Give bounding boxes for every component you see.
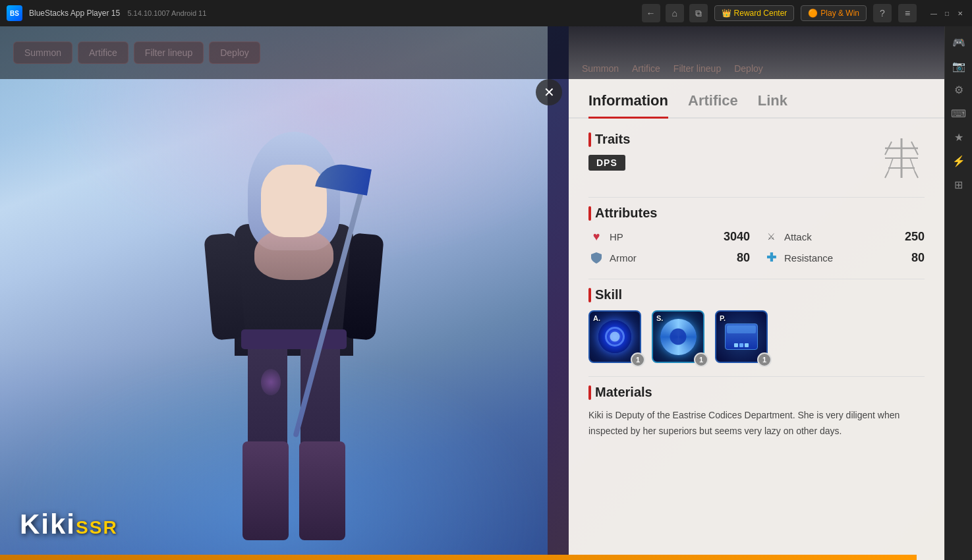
sidebar-keyboard-icon[interactable]: ⌨ [948,103,969,124]
nav-buttons: ← ⌂ ⧉ [642,4,708,22]
faction-symbol-icon [878,135,925,181]
faction-icon-area [878,135,925,184]
back-button[interactable]: ← [642,4,660,22]
attack-icon: ⚔ [763,229,779,244]
materials-heading: Materials [588,385,925,400]
minimize-button[interactable]: — [929,8,939,18]
attributes-section-bar [588,206,591,221]
menu-button[interactable]: ≡ [898,4,917,22]
character-name: KikiSSR [20,509,118,540]
play-win-label: Play & Win [820,9,859,18]
armor-value: 80 [737,251,750,265]
svg-line-7 [915,171,918,178]
skill-divider [588,376,925,377]
skill-s-item[interactable]: S. 1 [652,310,704,363]
app-title: BlueStacks App Player 15 5.14.10.1007 An… [29,9,635,18]
materials-title: Materials [595,385,652,400]
reward-center-button[interactable]: 👑 Reward Center [714,5,795,21]
home-button[interactable]: ⌂ [666,4,684,22]
skill-p-letter: P. [720,314,726,322]
attributes-divider [588,279,925,279]
armor-stat: Armor 80 [588,250,750,266]
crown-icon: 👑 [722,9,731,18]
svg-line-8 [888,158,893,171]
skill-s-level: 1 [694,352,708,367]
hp-icon: ♥ [588,229,604,244]
title-bar: BS BlueStacks App Player 15 5.14.10.1007… [0,0,972,26]
svg-line-9 [910,158,915,171]
info-panel: Summon Artifice Filter lineup Deploy Inf… [569,26,944,560]
app-logo: BS [7,5,22,21]
skill-a-level: 1 [631,352,645,367]
attributes-grid: ♥ HP 3040 ⚔ Attack 250 [588,229,925,266]
tab-link[interactable]: Link [758,92,787,117]
window-controls: — □ ✕ [929,8,965,18]
skill-p-level: 1 [757,352,772,367]
sidebar-macro-icon[interactable]: ⚡ [948,150,969,171]
tab-artifice[interactable]: Artifice [688,92,738,117]
skill-title: Skill [595,287,622,302]
app-close-button[interactable]: ✕ [955,8,965,18]
character-name-text: Kiki [20,509,76,540]
resistance-stat: ✚ Resistance 80 [763,250,925,266]
traits-title: Traits [595,132,630,147]
character-illustration [195,112,393,560]
deploy-button[interactable]: Deploy [209,42,260,64]
armor-icon [588,250,604,266]
sidebar-camera-icon[interactable]: 📷 [948,55,969,76]
sidebar-settings-icon[interactable]: ⚙ [948,79,969,100]
skill-icons-row: A. 1 S. [588,310,925,363]
tab-information[interactable]: Information [588,92,668,117]
skill-p-item[interactable]: P. [715,310,768,363]
hp-value: 3040 [724,230,750,244]
sidebar-multi-icon[interactable]: ⊞ [948,174,969,195]
attack-value: 250 [905,230,925,244]
skill-section: Skill A. [588,287,925,363]
materials-description: Kiki is Deputy of the Eastrise Codices D… [588,408,925,439]
bottom-bar [0,555,917,560]
panel-top-area: Summon Artifice Filter lineup Deploy [569,26,944,79]
filter-lineup-button[interactable]: Filter lineup [134,42,204,64]
resistance-value: 80 [911,251,925,265]
tab-navigation: Information Artifice Link [569,79,944,119]
reward-center-label: Reward Center [734,9,787,18]
close-panel-button[interactable]: ✕ [536,79,562,105]
artifice-nav-button[interactable]: Artifice [78,42,129,64]
app-title-text: BlueStacks App Player 15 [29,9,120,18]
attributes-section: Attributes ♥ HP 3040 ⚔ Attack [588,206,925,266]
right-sidebar: 🎮 📷 ⚙ ⌨ ★ ⚡ ⊞ [944,26,972,560]
summon-button[interactable]: Summon [13,42,72,64]
skill-a-item[interactable]: A. 1 [588,310,641,363]
character-area [0,26,548,560]
traits-section-bar [588,132,591,147]
hp-stat: ♥ HP 3040 [588,229,750,244]
pages-button[interactable]: ⧉ [689,4,708,22]
traits-section: Traits DPS [588,132,925,184]
attack-stat: ⚔ Attack 250 [763,229,925,244]
traits-heading: Traits [588,132,925,147]
app-frame: BS BlueStacks App Player 15 5.14.10.1007… [0,0,972,560]
help-button[interactable]: ? [873,4,892,22]
attributes-title: Attributes [595,206,657,221]
skill-a-letter: A. [593,314,600,322]
materials-section-bar [588,385,591,400]
app-version: 5.14.10.1007 Android 11 [127,9,206,17]
character-rarity: SSR [76,517,118,538]
attack-label: Attack [784,231,900,242]
maximize-button[interactable]: □ [942,8,952,18]
svg-line-6 [885,171,888,178]
play-win-button[interactable]: 🟠 Play & Win [801,5,867,21]
dps-badge: DPS [588,155,625,171]
armor-label: Armor [610,252,731,264]
hp-label: HP [610,231,718,242]
resistance-label: Resistance [784,252,906,264]
game-area: Summon Artifice Filter lineup Deploy Kik… [0,26,944,560]
circle-icon: 🟠 [808,9,818,18]
panel-content: Traits DPS [569,119,944,459]
sidebar-star-icon[interactable]: ★ [948,126,969,148]
skill-s-letter: S. [656,314,663,322]
resistance-icon: ✚ [763,250,779,266]
sidebar-gamepad-icon[interactable]: 🎮 [948,32,969,53]
skill-heading: Skill [588,287,925,302]
skill-section-bar [588,288,591,302]
